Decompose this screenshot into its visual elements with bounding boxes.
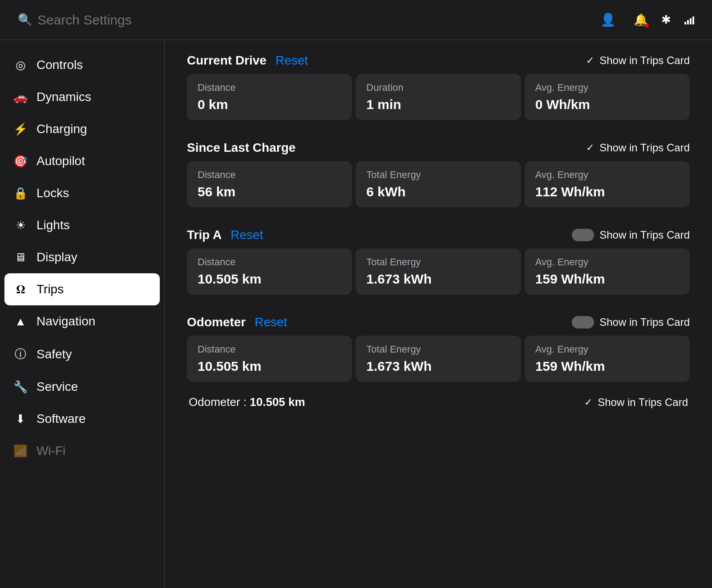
sidebar-item-label-autopilot: Autopilot: [36, 154, 85, 168]
card-since-last-charge-1: Total Energy6 kWh: [356, 161, 521, 207]
section-header-trip-a: Trip AResetShow in Trips Card: [187, 228, 690, 242]
card-label-current-drive-2: Avg. Energy: [535, 82, 679, 93]
bell-icon-wrap[interactable]: 🔔: [634, 13, 648, 27]
card-label-odometer-0: Distance: [198, 344, 341, 355]
sidebar-item-lights[interactable]: ☀Lights: [0, 209, 164, 241]
safety-icon: ⓘ: [13, 346, 28, 362]
sidebar-item-safety[interactable]: ⓘSafety: [0, 337, 164, 371]
odometer-bottom-label: Odometer : 10.505 km: [189, 395, 305, 409]
section-trip-a: Trip AResetShow in Trips CardDistance10.…: [187, 228, 690, 302]
bar3: [690, 18, 692, 24]
service-icon: 🔧: [13, 380, 28, 394]
notification-dot: [645, 24, 649, 28]
show-trips-odometer[interactable]: Show in Trips Card: [572, 316, 690, 328]
sidebar-item-wifi[interactable]: 📶Wi-Fi: [0, 435, 164, 467]
section-current-drive: Current DriveReset✓Show in Trips CardDis…: [187, 53, 690, 127]
card-trip-a-0: Distance10.505 km: [187, 248, 352, 295]
card-label-since-last-charge-2: Avg. Energy: [535, 169, 679, 181]
section-title-area-odometer: OdometerReset: [187, 315, 287, 329]
sidebar-item-label-safety: Safety: [36, 347, 72, 361]
card-label-trip-a-0: Distance: [198, 256, 341, 268]
sidebar-item-display[interactable]: 🖥Display: [0, 241, 164, 273]
cards-row-since-last-charge: Distance56 kmTotal Energy6 kWhAvg. Energ…: [187, 161, 690, 207]
show-trips-trip-a[interactable]: Show in Trips Card: [572, 229, 690, 241]
section-title-since-last-charge: Since Last Charge: [187, 141, 295, 155]
sidebar-item-controls[interactable]: ◎Controls: [0, 49, 164, 81]
odometer-label-text: Odometer :: [189, 395, 250, 409]
sidebar-item-locks[interactable]: 🔒Locks: [0, 177, 164, 209]
card-since-last-charge-0: Distance56 km: [187, 161, 352, 207]
odometer-checkmark: ✓: [584, 397, 592, 408]
cards-row-trip-a: Distance10.505 kmTotal Energy1.673 kWhAv…: [187, 248, 690, 295]
sidebar-item-label-controls: Controls: [36, 58, 83, 72]
section-header-current-drive: Current DriveReset✓Show in Trips Card: [187, 53, 690, 68]
autopilot-icon: 🎯: [13, 154, 28, 168]
show-trips-since-last-charge[interactable]: ✓Show in Trips Card: [586, 142, 690, 154]
odometer-bottom-row: Odometer : 10.505 km ✓ Show in Trips Car…: [187, 395, 690, 409]
sidebar-item-label-lights: Lights: [36, 218, 70, 232]
sidebar-item-software[interactable]: ⬇Software: [0, 403, 164, 435]
toggle-odometer[interactable]: [572, 316, 594, 328]
section-header-since-last-charge: Since Last Charge✓Show in Trips Card: [187, 141, 690, 155]
section-title-odometer: Odometer: [187, 315, 246, 329]
search-icon: 🔍: [18, 13, 32, 27]
show-trips-label-since-last-charge: Show in Trips Card: [599, 142, 690, 154]
sidebar-item-label-navigation: Navigation: [36, 314, 95, 328]
checkmark-current-drive: ✓: [586, 55, 594, 66]
odometer-show-trips-label: Show in Trips Card: [598, 396, 688, 409]
search-area: 🔍: [18, 12, 600, 28]
section-header-odometer: OdometerResetShow in Trips Card: [187, 315, 690, 329]
reset-button-current-drive[interactable]: Reset: [275, 53, 308, 68]
display-icon: 🖥: [13, 251, 28, 264]
sidebar-item-dynamics[interactable]: 🚗Dynamics: [0, 81, 164, 113]
card-value-trip-a-2: 159 Wh/km: [535, 272, 679, 287]
show-trips-label-odometer: Show in Trips Card: [599, 316, 690, 328]
signal-bars: [684, 16, 694, 24]
card-value-since-last-charge-2: 112 Wh/km: [535, 184, 679, 199]
section-since-last-charge: Since Last Charge✓Show in Trips CardDist…: [187, 141, 690, 215]
reset-button-odometer[interactable]: Reset: [255, 315, 287, 329]
search-input[interactable]: [37, 12, 171, 28]
card-label-trip-a-1: Total Energy: [366, 256, 510, 268]
locks-icon: 🔒: [13, 187, 28, 200]
section-title-area-since-last-charge: Since Last Charge: [187, 141, 295, 155]
sidebar-item-label-locks: Locks: [36, 186, 69, 200]
bluetooth-icon: ✱: [661, 13, 671, 27]
card-value-odometer-2: 159 Wh/km: [535, 359, 679, 374]
section-title-current-drive: Current Drive: [187, 53, 267, 68]
signal-area: [684, 16, 694, 24]
controls-icon: ◎: [13, 58, 28, 72]
show-trips-current-drive[interactable]: ✓Show in Trips Card: [586, 54, 690, 67]
card-value-current-drive-0: 0 km: [198, 97, 341, 112]
sidebar-item-trips[interactable]: 𝛀Trips: [4, 273, 160, 305]
sidebar-item-label-software: Software: [36, 412, 86, 426]
header: 🔍 👤 🔔 ✱: [0, 0, 712, 40]
bar1: [684, 22, 686, 24]
sidebar-item-navigation[interactable]: ▲Navigation: [0, 305, 164, 337]
card-label-odometer-2: Avg. Energy: [535, 344, 679, 355]
card-value-trip-a-1: 1.673 kWh: [366, 272, 510, 287]
card-label-current-drive-0: Distance: [198, 82, 341, 93]
sidebar-item-label-trips: Trips: [36, 282, 64, 296]
cards-row-odometer: Distance10.505 kmTotal Energy1.673 kWhAv…: [187, 336, 690, 382]
card-label-current-drive-1: Duration: [366, 82, 510, 93]
sidebar-item-service[interactable]: 🔧Service: [0, 371, 164, 403]
reset-button-trip-a[interactable]: Reset: [231, 228, 263, 242]
show-trips-label-current-drive: Show in Trips Card: [599, 54, 690, 67]
card-value-current-drive-1: 1 min: [366, 97, 510, 112]
sidebar-item-label-display: Display: [36, 250, 77, 264]
lights-icon: ☀: [13, 219, 28, 232]
card-trip-a-1: Total Energy1.673 kWh: [356, 248, 521, 295]
card-odometer-2: Avg. Energy159 Wh/km: [525, 336, 690, 382]
sidebar-item-charging[interactable]: ⚡Charging: [0, 113, 164, 145]
dynamics-icon: 🚗: [13, 90, 28, 104]
card-current-drive-0: Distance0 km: [187, 74, 352, 120]
card-label-since-last-charge-0: Distance: [198, 169, 341, 181]
card-since-last-charge-2: Avg. Energy112 Wh/km: [525, 161, 690, 207]
sidebar: ◎Controls🚗Dynamics⚡Charging🎯Autopilot🔒Lo…: [0, 40, 165, 588]
toggle-trip-a[interactable]: [572, 229, 594, 241]
card-value-odometer-0: 10.505 km: [198, 359, 341, 374]
sidebar-item-autopilot[interactable]: 🎯Autopilot: [0, 145, 164, 177]
guest-area: 👤: [600, 12, 620, 27]
trips-icon: 𝛀: [13, 283, 28, 296]
